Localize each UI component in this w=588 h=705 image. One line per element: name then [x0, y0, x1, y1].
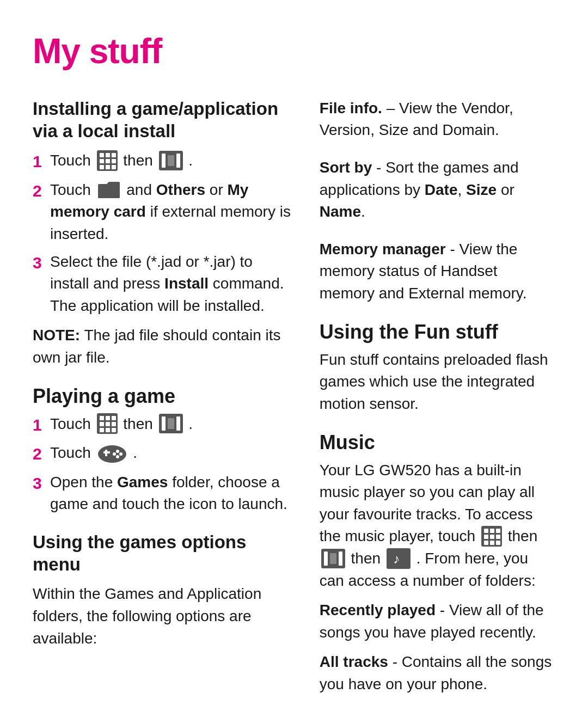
- left-column: Installing a game/application via a loca…: [33, 97, 293, 705]
- section-install: Installing a game/application via a loca…: [33, 97, 293, 369]
- recently-played-text: Recently played - View all of the songs …: [320, 599, 555, 643]
- music-heading: Music: [320, 431, 555, 454]
- sortby-label: Sort by: [320, 159, 372, 176]
- film-icon-2: [159, 414, 183, 433]
- section-music: Music Your LG GW520 has a built-in music…: [320, 431, 555, 696]
- game-steps: 1 Touch then: [33, 413, 293, 516]
- funstuff-body: Fun stuff contains preloaded flash games…: [320, 349, 555, 415]
- install-step-3: 3 Select the file (*.jad or *.jar) to in…: [33, 251, 293, 317]
- dots-icon-2: [97, 413, 118, 434]
- game-step-3: 3 Open the Games folder, choose a game a…: [33, 471, 293, 516]
- memory-label: Memory manager: [320, 241, 446, 258]
- svg-rect-17: [324, 551, 328, 566]
- svg-rect-6: [162, 416, 166, 431]
- game-step-2-content: Touch .: [50, 442, 293, 465]
- music-note-icon: ♪: [387, 548, 411, 569]
- svg-rect-3: [168, 155, 174, 166]
- svg-text:♪: ♪: [393, 551, 400, 566]
- dots-icon-1: [97, 150, 118, 171]
- svg-point-12: [116, 450, 119, 453]
- svg-point-14: [116, 455, 119, 458]
- section-fileinfo: File info. – View the Vendor, Version, S…: [320, 97, 555, 142]
- all-tracks-text: All tracks - Contains all the songs you …: [320, 651, 555, 695]
- svg-rect-7: [176, 416, 180, 431]
- step-2-content: Touch and Others or My memory card if ex…: [50, 179, 293, 246]
- svg-rect-18: [339, 551, 342, 566]
- install-step-2: 2 Touch and Others or My memory card if …: [33, 179, 293, 246]
- section-game: Playing a game 1 Touch then: [33, 384, 293, 516]
- step-number-3: 3: [33, 251, 50, 275]
- game-heading: Playing a game: [33, 384, 293, 408]
- svg-rect-8: [168, 418, 174, 429]
- game-step-num-2: 2: [33, 442, 50, 466]
- options-body: Within the Games and Application folders…: [33, 583, 293, 649]
- section-options: Using the games options menu Within the …: [33, 531, 293, 649]
- sortby-text: Sort by - Sort the games and application…: [320, 157, 555, 223]
- film-icon-music: [321, 549, 345, 568]
- section-sortby: Sort by - Sort the games and application…: [320, 157, 555, 223]
- svg-rect-11: [105, 450, 107, 456]
- dots-icon-music: [481, 526, 502, 547]
- memory-text: Memory manager - View the memory status …: [320, 238, 555, 305]
- section-funstuff: Using the Fun stuff Fun stuff contains p…: [320, 320, 555, 415]
- music-body: Your LG GW520 has a built-in music playe…: [320, 459, 555, 592]
- folder-icon-1: [97, 180, 121, 199]
- step-number-2: 2: [33, 179, 50, 203]
- step-number-1: 1: [33, 150, 50, 174]
- all-tracks-label: All tracks: [320, 653, 388, 670]
- install-step-1: 1 Touch then: [33, 150, 293, 174]
- game-step-3-content: Open the Games folder, choose a game and…: [50, 471, 293, 516]
- options-heading: Using the games options menu: [33, 531, 293, 576]
- install-steps: 1 Touch then: [33, 150, 293, 317]
- film-icon-1: [159, 151, 183, 170]
- step-1-content: Touch then: [50, 150, 293, 172]
- svg-rect-1: [162, 154, 166, 168]
- game-step-2: 2 Touch .: [33, 442, 293, 466]
- game-step-1-content: Touch then .: [50, 413, 293, 436]
- step-3-content: Select the file (*.jad or *.jar) to inst…: [50, 251, 293, 317]
- game-step-num-1: 1: [33, 413, 50, 437]
- game-step-num-3: 3: [33, 471, 50, 495]
- fileinfo-text: File info. – View the Vendor, Version, S…: [320, 97, 555, 142]
- note-bold: NOTE:: [33, 327, 80, 344]
- page-title: My stuff: [33, 26, 555, 77]
- svg-rect-19: [330, 553, 336, 564]
- recently-played-label: Recently played: [320, 602, 436, 618]
- svg-point-15: [113, 452, 116, 456]
- svg-rect-2: [176, 154, 180, 168]
- fileinfo-label: File info.: [320, 100, 382, 117]
- right-column: File info. – View the Vendor, Version, S…: [320, 97, 555, 705]
- svg-rect-4: [98, 186, 120, 198]
- install-note: NOTE: The jad file should contain its ow…: [33, 324, 293, 369]
- funstuff-heading: Using the Fun stuff: [320, 320, 555, 344]
- svg-point-13: [119, 452, 122, 456]
- gamepad-icon: [97, 442, 127, 464]
- game-step-1: 1 Touch then: [33, 413, 293, 437]
- install-heading: Installing a game/application via a loca…: [33, 97, 293, 143]
- section-memory: Memory manager - View the memory status …: [320, 238, 555, 305]
